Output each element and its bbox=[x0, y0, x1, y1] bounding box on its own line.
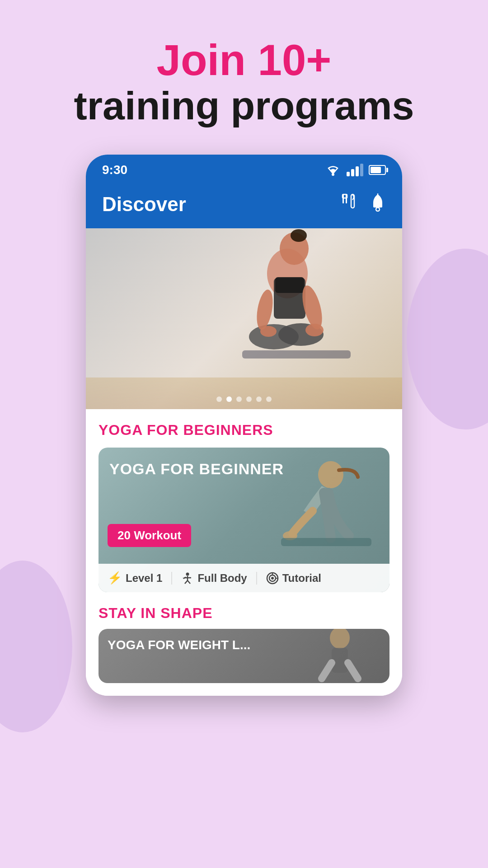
dot-2[interactable] bbox=[226, 396, 232, 402]
svg-point-17 bbox=[305, 324, 324, 336]
svg-point-30 bbox=[271, 577, 274, 580]
svg-point-0 bbox=[332, 173, 334, 176]
status-icons bbox=[325, 164, 386, 176]
tag-divider-2 bbox=[256, 572, 257, 585]
signal-icon bbox=[347, 164, 363, 176]
workout-badge: 20 Workout bbox=[108, 524, 191, 547]
promo-header: Join 10+ training programs bbox=[0, 0, 488, 155]
yoga-weight-card-title: YOGA FOR WEIGHT L... bbox=[108, 638, 250, 652]
status-bar: 9:30 bbox=[86, 155, 402, 184]
yoga-hero-figure bbox=[215, 228, 360, 382]
app-bar-actions bbox=[340, 193, 386, 216]
app-bar-title: Discover bbox=[102, 193, 186, 216]
wifi-icon bbox=[325, 164, 341, 176]
target-icon bbox=[266, 572, 279, 585]
tag-level: ⚡ Level 1 bbox=[108, 571, 162, 585]
tag-body-label: Full Body bbox=[197, 572, 247, 585]
svg-rect-12 bbox=[275, 277, 304, 293]
svg-rect-22 bbox=[281, 538, 371, 546]
svg-point-18 bbox=[260, 326, 277, 337]
promo-title-normal: training programs bbox=[27, 84, 461, 128]
tag-tutorial: Tutorial bbox=[266, 572, 321, 585]
dot-3[interactable] bbox=[236, 396, 242, 402]
section-stay-shape-title: STAY IN SHAPE bbox=[99, 605, 389, 622]
promo-title-highlight: Join 10+ bbox=[27, 36, 461, 84]
section-yoga-beginners-title: YOGA FOR BEGINNERS bbox=[99, 422, 389, 439]
card-tags: ⚡ Level 1 Full Body bbox=[99, 564, 389, 592]
content-area: YOGA FOR BEGINNERS bbox=[86, 409, 402, 696]
svg-point-23 bbox=[186, 572, 189, 576]
tag-divider-1 bbox=[171, 572, 172, 585]
battery-icon bbox=[369, 165, 386, 175]
tag-level-label: Level 1 bbox=[126, 572, 162, 585]
svg-rect-19 bbox=[242, 350, 351, 359]
food-icon[interactable] bbox=[340, 193, 357, 216]
card2-figure bbox=[299, 629, 380, 683]
tag-body: Full Body bbox=[181, 572, 247, 585]
yoga-weight-card[interactable]: YOGA FOR WEIGHT L... bbox=[99, 629, 389, 683]
svg-point-33 bbox=[330, 629, 350, 649]
tag-tutorial-label: Tutorial bbox=[282, 572, 321, 585]
svg-point-6 bbox=[376, 208, 380, 211]
svg-line-36 bbox=[348, 663, 358, 679]
bell-icon[interactable] bbox=[370, 193, 386, 216]
bolt-icon: ⚡ bbox=[108, 571, 122, 585]
svg-line-35 bbox=[322, 663, 332, 679]
dot-5[interactable] bbox=[256, 396, 262, 402]
svg-point-10 bbox=[291, 229, 307, 242]
phone-frame: 9:30 bbox=[86, 155, 402, 696]
dot-1[interactable] bbox=[216, 396, 222, 402]
svg-line-27 bbox=[188, 580, 190, 584]
svg-line-26 bbox=[185, 580, 188, 584]
dot-6[interactable] bbox=[266, 396, 272, 402]
card-title-overlay: YOGA FOR BEGINNER bbox=[109, 460, 379, 478]
hero-banner bbox=[86, 228, 402, 409]
yoga-beginner-card-title: YOGA FOR BEGINNER bbox=[109, 460, 284, 477]
phone-wrapper: 9:30 bbox=[0, 155, 488, 696]
carousel-dots bbox=[216, 396, 272, 402]
fullbody-icon bbox=[181, 572, 194, 585]
status-time: 9:30 bbox=[102, 163, 127, 177]
yoga-beginner-card[interactable]: YOGA FOR BEGINNER 20 Workout ⚡ Level 1 bbox=[99, 448, 389, 592]
app-bar: Discover bbox=[86, 184, 402, 228]
dot-4[interactable] bbox=[246, 396, 252, 402]
